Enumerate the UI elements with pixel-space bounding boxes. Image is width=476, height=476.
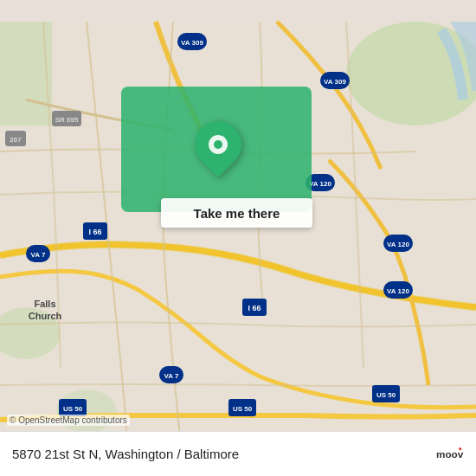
map-background: I 66 I 66 VA 309 VA 309 VA 120 VA 120 VA… [0,0,476,476]
address-label: 5870 21st St N, Washington / Baltimore [12,447,239,461]
svg-text:VA 7: VA 7 [31,251,46,259]
svg-text:267: 267 [10,136,22,144]
location-pin [195,121,241,168]
svg-text:US 50: US 50 [63,405,83,413]
svg-text:Falls: Falls [34,299,55,309]
svg-text:US 50: US 50 [376,391,396,399]
svg-text:I 66: I 66 [248,304,261,312]
svg-text:VA 309: VA 309 [324,78,346,86]
svg-text:Church: Church [29,311,62,321]
bottom-info-bar: 5870 21st St N, Washington / Baltimore m… [0,431,476,476]
svg-text:VA 120: VA 120 [387,287,409,295]
map-attribution: © OpenStreetMap contributors [7,415,130,426]
svg-text:VA 7: VA 7 [164,372,179,380]
svg-text:VA 120: VA 120 [309,180,331,188]
map-container: I 66 I 66 VA 309 VA 309 VA 120 VA 120 VA… [0,0,476,476]
svg-text:SR 695: SR 695 [55,116,79,124]
svg-point-36 [459,447,461,450]
svg-text:I 66: I 66 [88,228,101,236]
moovit-logo: moovit [436,441,464,468]
svg-text:US 50: US 50 [233,405,253,413]
moovit-logo-icon: moovit [436,441,464,468]
svg-text:VA 309: VA 309 [181,39,203,47]
svg-text:moovit: moovit [436,448,464,460]
svg-text:VA 120: VA 120 [387,241,409,248]
take-me-there-button[interactable]: Take me there [161,198,312,228]
